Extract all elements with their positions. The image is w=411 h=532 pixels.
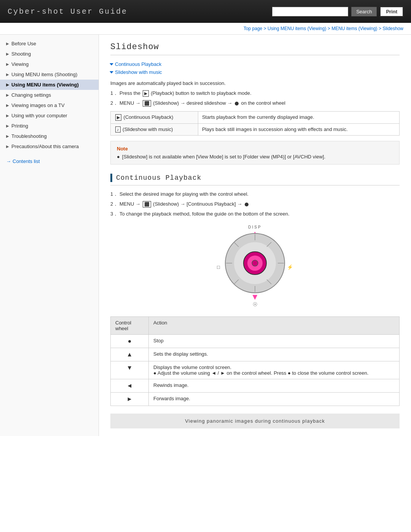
breadcrumb: Top page > Using MENU items (Viewing) > … xyxy=(0,23,411,35)
slideshow-icon: ⬛ xyxy=(143,201,151,208)
cp-step-2: 2． MENU → ⬛ (Slideshow) → [Continuous Pl… xyxy=(110,201,400,208)
breadcrumb-separator: > xyxy=(379,26,382,31)
anchor-link-music[interactable]: Slideshow with music xyxy=(110,69,400,75)
action-text: Sets the display settings. xyxy=(149,348,400,361)
sidebar-item-before-use[interactable]: ▶ Before Use xyxy=(0,38,99,49)
table-row: ♪ (Slideshow with music) Plays back stil… xyxy=(111,124,400,136)
main-layout: ▶ Before Use ▶ Shooting ▶ Viewing ▶ Usin… xyxy=(0,35,411,436)
arrow-icon: → xyxy=(227,100,232,106)
table-row: ◄ Rewinds image. xyxy=(111,379,400,393)
search-input[interactable] xyxy=(272,7,348,16)
sidebar-item-label: Before Use xyxy=(11,41,36,46)
note-item: ● [Slideshow] is not available when [Vie… xyxy=(117,154,393,160)
sidebar-item-label: Viewing images on a TV xyxy=(11,102,65,108)
sidebar-item-precautions[interactable]: ▶ Precautions/About this camera xyxy=(0,141,99,152)
continuous-playback-link[interactable]: Continuous Playback xyxy=(115,61,161,67)
arrow-icon: → xyxy=(135,100,140,106)
table-cell-icon: ▶ (Continuous Playback) xyxy=(111,112,198,124)
control-wheel-diagram: DISP ▲ xyxy=(110,225,400,309)
breadcrumb-separator: > xyxy=(264,26,268,31)
wheel-symbol: ▲ xyxy=(111,348,149,361)
breadcrumb-current[interactable]: Slideshow xyxy=(382,26,403,31)
sidebar-item-label: Using with your computer xyxy=(11,113,67,118)
sidebar-item-viewing[interactable]: ▶ Viewing xyxy=(0,59,99,69)
step-number: 2． xyxy=(110,100,119,107)
table-header-row: Controlwheel Action xyxy=(111,317,400,335)
sidebar-item-label: Shooting xyxy=(11,51,31,57)
sidebar-item-changing-settings[interactable]: ▶ Changing settings xyxy=(0,90,99,100)
step-text: To change the playback method, follow th… xyxy=(119,211,290,217)
section-bar-icon xyxy=(110,174,112,182)
note-text: [Slideshow] is not available when [View … xyxy=(122,154,325,160)
note-box: Note ● [Slideshow] is not available when… xyxy=(110,141,400,165)
expand-arrow-icon: ▶ xyxy=(6,103,9,107)
step-number: 3． xyxy=(110,211,119,217)
wheel-symbol: ▼ xyxy=(111,361,149,379)
anchor-links: Continuous Playback Slideshow with music xyxy=(110,61,400,75)
action-text: Displays the volume control screen.● Adj… xyxy=(149,361,400,379)
step-text: MENU → ⬛ (Slideshow) → [Continuous Playb… xyxy=(119,201,250,208)
step-number: 1． xyxy=(110,90,119,97)
anchor-link-continuous[interactable]: Continuous Playback xyxy=(110,61,400,67)
sidebar-item-troubleshooting[interactable]: ▶ Troubleshooting xyxy=(0,131,99,141)
sidebar: ▶ Before Use ▶ Shooting ▶ Viewing ▶ Usin… xyxy=(0,35,99,436)
sidebar-item-menu-shooting[interactable]: ▶ Using MENU items (Shooting) xyxy=(0,69,99,80)
bullet-icon: ● xyxy=(117,154,120,160)
action-text: Stop xyxy=(149,335,400,348)
sidebar-item-label: Using MENU items (Viewing) xyxy=(11,82,79,88)
table-cell-action: Starts playback from the currently displ… xyxy=(198,112,399,124)
bottom-icon: ☉ xyxy=(253,301,258,307)
print-button[interactable]: Print xyxy=(380,6,403,17)
left-icon: □ xyxy=(217,264,220,270)
table-row: ▲ Sets the display settings. xyxy=(111,348,400,361)
sidebar-item-viewing-tv[interactable]: ▶ Viewing images on a TV xyxy=(0,100,99,110)
breadcrumb-item[interactable]: Top page xyxy=(244,26,262,31)
page-title: Slideshow xyxy=(110,42,400,55)
sidebar-item-menu-viewing[interactable]: ▶ Using MENU items (Viewing) xyxy=(0,80,99,90)
slideshow-music-link[interactable]: Slideshow with music xyxy=(115,69,162,75)
sidebar-item-printing[interactable]: ▶ Printing xyxy=(0,121,99,131)
step-1: 1． Press the ▶ (Playback) button to swit… xyxy=(110,90,400,97)
cp-step-3: 3． To change the playback method, follow… xyxy=(110,211,400,217)
note-title: Note xyxy=(117,146,393,152)
sidebar-item-label: Changing settings xyxy=(11,92,51,98)
table-row: ▶ (Continuous Playback) Starts playback … xyxy=(111,112,400,124)
expand-arrow-icon: ▶ xyxy=(6,62,9,66)
control-wheel-table: Controlwheel Action ● Stop ▲ Sets the di… xyxy=(110,316,400,406)
slideshow-music-icon: ♪ xyxy=(115,126,121,133)
breadcrumb-item[interactable]: MENU items (Viewing) xyxy=(331,26,377,31)
expand-arrow-icon: ▶ xyxy=(6,134,9,138)
search-button[interactable]: Search xyxy=(351,7,377,16)
wheel-symbol: ● xyxy=(111,335,149,348)
col-header-wheel: Controlwheel xyxy=(111,317,149,335)
wheel-symbol: ◄ xyxy=(111,379,149,393)
triangle-down-icon xyxy=(110,71,113,73)
center-button-icon xyxy=(245,203,249,206)
expand-arrow-icon: ▶ xyxy=(6,72,9,77)
center-button-icon xyxy=(235,102,239,105)
sidebar-item-shooting[interactable]: ▶ Shooting xyxy=(0,49,99,59)
contents-list-link[interactable]: → Contents list xyxy=(0,155,99,167)
step-text: MENU → ⬛ (Slideshow) → desired slideshow… xyxy=(119,100,285,107)
triangle-down-icon xyxy=(110,63,113,66)
cp-step-1: 1． Select the desired image for playing … xyxy=(110,191,400,198)
content-area: Slideshow Continuous Playback Slideshow … xyxy=(99,35,411,436)
wheel-symbol: ► xyxy=(111,393,149,406)
breadcrumb-item[interactable]: Using MENU items (Viewing) xyxy=(268,26,326,31)
table-row: ● Stop xyxy=(111,335,400,348)
right-icon: ⚡ xyxy=(287,264,293,270)
expand-arrow-icon: ▶ xyxy=(6,83,9,87)
col-header-action: Action xyxy=(149,317,400,335)
action-text: Rewinds image. xyxy=(149,379,400,393)
expand-arrow-icon: ▶ xyxy=(6,93,9,97)
bottom-bar[interactable]: Viewing panoramic images during continuo… xyxy=(110,414,400,428)
table-cell-action: Plays back still images in succession al… xyxy=(198,124,399,136)
sidebar-item-label: Troubleshooting xyxy=(11,133,47,139)
header-controls: Search Print xyxy=(272,6,403,17)
continuous-icon: ▶ xyxy=(115,114,121,121)
sidebar-item-label: Using MENU items (Shooting) xyxy=(11,72,77,77)
page-description: Images are automatically played back in … xyxy=(110,80,400,86)
expand-arrow-icon: ▶ xyxy=(6,42,9,46)
bottom-bar-label: Viewing panoramic images during continuo… xyxy=(185,418,325,424)
sidebar-item-computer[interactable]: ▶ Using with your computer xyxy=(0,110,99,121)
